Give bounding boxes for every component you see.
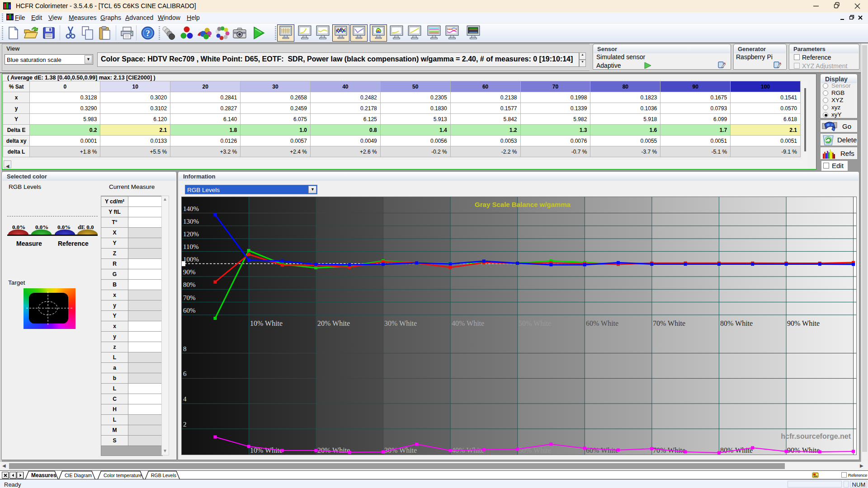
svg-text:4: 4 <box>183 395 187 403</box>
svg-text:90% White: 90% White <box>787 446 820 454</box>
svg-text:50% White: 50% White <box>519 319 551 327</box>
svg-text:Color temperature: Color temperature <box>104 473 142 478</box>
svg-text:CIE Diagram: CIE Diagram <box>65 473 92 478</box>
svg-text:RGB Levels: RGB Levels <box>151 473 176 478</box>
svg-text:70% White: 70% White <box>653 319 685 327</box>
svg-text:20% White: 20% White <box>317 446 350 454</box>
svg-text:30% White: 30% White <box>384 319 417 327</box>
svg-text:80% White: 80% White <box>720 319 753 327</box>
svg-text:60% White: 60% White <box>586 446 618 454</box>
svg-text:8: 8 <box>183 345 187 352</box>
svg-text:130%: 130% <box>183 218 199 225</box>
svg-text:Gray Scale Balance w/gamma: Gray Scale Balance w/gamma <box>475 201 571 208</box>
svg-text:120%: 120% <box>183 230 199 238</box>
svg-text:110%: 110% <box>183 243 198 250</box>
svg-text:70%: 70% <box>183 294 196 301</box>
svg-text:140%: 140% <box>183 205 199 212</box>
svg-text:2: 2 <box>183 421 187 428</box>
svg-text:50% White: 50% White <box>519 446 551 454</box>
svg-text:60% White: 60% White <box>586 319 618 327</box>
svg-text:60%: 60% <box>183 307 196 314</box>
svg-text:10% White: 10% White <box>250 319 283 327</box>
svg-text:20% White: 20% White <box>317 319 350 327</box>
svg-text:100%: 100% <box>183 256 199 263</box>
svg-text:hcfr.sourceforge.net: hcfr.sourceforge.net <box>781 432 851 440</box>
svg-text:?: ? <box>146 28 150 38</box>
svg-text:80%: 80% <box>183 281 196 288</box>
svg-text:40% White: 40% White <box>452 319 484 327</box>
svg-text:90% White: 90% White <box>787 319 820 327</box>
svg-text:6: 6 <box>183 370 187 377</box>
svg-text:Measures: Measures <box>31 472 57 479</box>
svg-text:90%: 90% <box>183 268 196 276</box>
